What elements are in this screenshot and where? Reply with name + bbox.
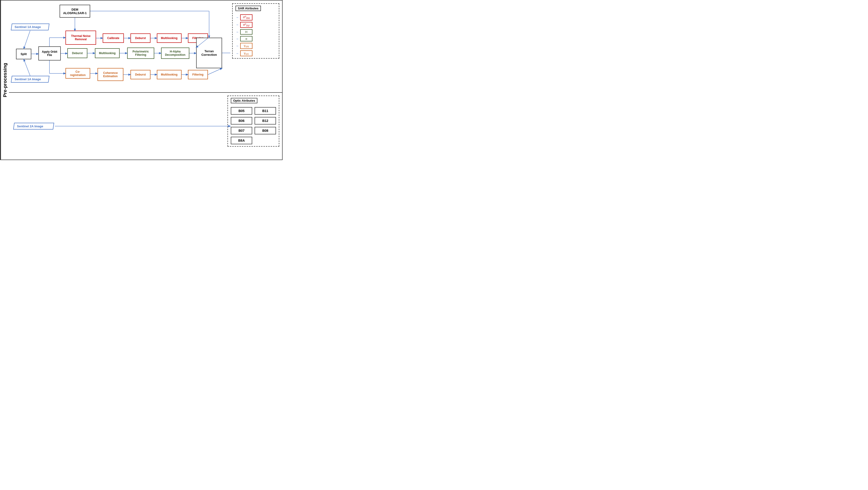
badge-sigma-vv: σ⁰VV bbox=[240, 22, 252, 28]
sar-item-alpha: → α bbox=[236, 36, 276, 41]
sar-attributes-panel: SAR Atributes → σ⁰VH → σ⁰VV → H bbox=[232, 3, 279, 59]
filtering2-box: Filtering bbox=[188, 70, 208, 79]
svg-line-24 bbox=[208, 68, 222, 75]
deburst2-box: Deburst bbox=[67, 48, 87, 58]
coherence-box: Coherence Estimation bbox=[97, 68, 123, 81]
bottom-flow-area: Sentinel 2A Image bbox=[14, 123, 54, 130]
arrow-H: → bbox=[236, 30, 239, 34]
main-content: SAR Atributes → σ⁰VH → σ⁰VV → H bbox=[9, 0, 282, 160]
multilooking3-box: Multilooking bbox=[157, 70, 182, 79]
badge-gamma-vh: γVH bbox=[240, 43, 252, 49]
optic-b05: B05 bbox=[231, 107, 252, 115]
optic-panel-title: Optic Atributes bbox=[231, 98, 257, 103]
sar-item-gamma-vh: → γVH bbox=[236, 43, 276, 49]
sar-item-sigma-vv: → σ⁰VV bbox=[236, 22, 276, 28]
arrow-alpha: → bbox=[236, 37, 239, 41]
badge-H: H bbox=[240, 29, 252, 35]
bottom-section: Optic Atributes B05 B11 B06 B12 B07 B08 … bbox=[9, 93, 282, 160]
badge-sigma-vh: σ⁰VH bbox=[240, 14, 252, 21]
sar-item-gamma-vv: → γVV bbox=[236, 51, 276, 57]
top-section: SAR Atributes → σ⁰VH → σ⁰VV → H bbox=[9, 0, 282, 93]
sentinel-1a-top-label: Sentinel 1A Image bbox=[11, 24, 50, 30]
deburst3-box: Deburst bbox=[130, 70, 151, 79]
coreg-box: Co-registration bbox=[65, 68, 90, 78]
sentinel-1a-bottom-label: Sentinel 1A Image bbox=[11, 76, 50, 83]
halpha-box: H-Alpha Decomposition bbox=[161, 47, 189, 59]
sar-items-list: → σ⁰VH → σ⁰VV → H → α bbox=[236, 14, 276, 56]
optic-b11: B11 bbox=[254, 107, 276, 115]
sar-panel-title: SAR Atributes bbox=[236, 6, 261, 11]
diagram-wrapper: Pre-processing SAR Atributes → σ⁰VH → σ⁰… bbox=[0, 0, 283, 160]
thermal-box: Thermal Noise Removal bbox=[65, 31, 96, 45]
badge-alpha: α bbox=[240, 36, 252, 41]
sar-item-sigma-vh: → σ⁰VH bbox=[236, 14, 276, 21]
orbit-box: Apply Orbit File bbox=[38, 46, 61, 61]
preprocessing-label: Pre-processing bbox=[0, 0, 9, 160]
badge-gamma-vv: γVV bbox=[240, 51, 252, 57]
arrow-sigma-vv: → bbox=[236, 23, 239, 27]
arrow-gamma-vv: → bbox=[236, 52, 239, 55]
optic-b06: B06 bbox=[231, 117, 252, 125]
optic-attributes-panel: Optic Atributes B05 B11 B06 B12 B07 B08 … bbox=[227, 96, 279, 146]
svg-line-3 bbox=[24, 31, 30, 49]
top-flow-area: DEMALOSPALSAR-1 Sentinel 1A Image Sentin… bbox=[11, 3, 230, 90]
arrow-sigma-vh: → bbox=[236, 15, 239, 19]
optic-b12: B12 bbox=[254, 117, 276, 125]
multilooking2-box: Multilooking bbox=[95, 48, 120, 58]
sar-item-H: → H bbox=[236, 29, 276, 35]
multilooking1-box: Multilooking bbox=[157, 33, 182, 43]
terran-box: Terran Correction bbox=[196, 38, 222, 68]
polfilter-box: Polarimetric Filtering bbox=[127, 47, 154, 59]
optic-grid: B05 B11 B06 B12 B07 B08 B8A bbox=[231, 107, 276, 144]
optic-b8a: B8A bbox=[231, 137, 252, 144]
svg-line-4 bbox=[24, 59, 30, 76]
deburst1-box: Deburst bbox=[130, 33, 151, 43]
dem-box: DEMALOSPALSAR-1 bbox=[60, 5, 90, 18]
optic-b07: B07 bbox=[231, 127, 252, 134]
split-box: Split bbox=[16, 49, 31, 59]
optic-b08: B08 bbox=[254, 127, 276, 134]
calibrate-box: Calibrate bbox=[103, 33, 124, 43]
arrow-gamma-vh: → bbox=[236, 44, 239, 48]
sentinel-2a-label: Sentinel 2A Image bbox=[13, 123, 54, 130]
